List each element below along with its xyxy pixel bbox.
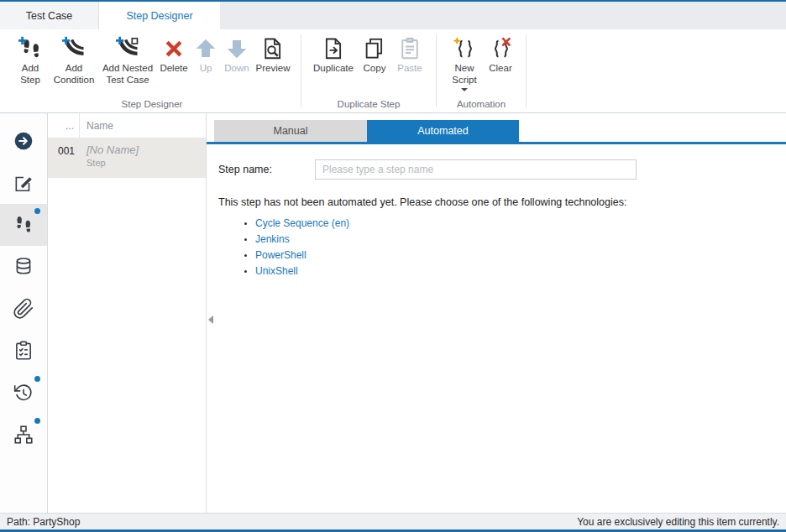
up-button[interactable]: Up [191, 29, 220, 75]
ribbon-button-label: Paste [397, 63, 422, 75]
add-step-button[interactable]: Add Step [12, 29, 49, 86]
ribbon-group-duplicate-step: Duplicate Copy [301, 29, 436, 112]
tech-link-jenkins[interactable]: Jenkins [255, 233, 290, 245]
list-item: Cycle Sequence (en) [255, 217, 786, 229]
document-magnifier-icon [260, 36, 286, 61]
sidebar-item-edit[interactable] [0, 162, 47, 204]
step-type-text: Step [86, 158, 206, 168]
delete-button[interactable]: Delete [156, 29, 191, 75]
ribbon-button-label: Copy [364, 63, 386, 75]
add-condition-button[interactable]: Add Condition [49, 29, 99, 86]
tab-test-case[interactable]: Test Case [0, 2, 99, 29]
ribbon-group-step-designer: Add Step Add Condition [3, 29, 301, 112]
mode-tab-strip: Manual Automated [207, 120, 786, 144]
step-number: 001 [48, 138, 80, 178]
automated-tab-content: Step name: This step has not been automa… [207, 144, 786, 281]
status-editing-text: You are exclusively editing this item cu… [577, 516, 779, 528]
sidebar-item-hierarchy[interactable] [0, 414, 47, 456]
preview-button[interactable]: Preview [254, 29, 292, 75]
technology-list: Cycle Sequence (en) Jenkins PowerShell U… [255, 217, 786, 277]
ribbon-button-label: Delete [160, 63, 187, 75]
notification-dot [34, 418, 40, 424]
braces-red-x-icon [488, 36, 513, 61]
tech-link-powershell[interactable]: PowerShell [255, 249, 307, 261]
ribbon-button-label: Add Step [16, 63, 45, 86]
step-list-header: ... Name [48, 113, 206, 138]
chevron-down-icon [461, 88, 468, 91]
arrow-up-icon [193, 36, 218, 61]
step-name-input[interactable] [315, 159, 637, 180]
sidebar-item-steps[interactable] [0, 204, 47, 246]
sidebar-item-attachments[interactable] [0, 288, 47, 330]
column-header-name[interactable]: Name [80, 113, 206, 138]
app-window: Test Case Step Designer Add Step [0, 0, 786, 532]
braces-sparkle-icon [452, 36, 477, 61]
step-name-label: Step name: [218, 164, 315, 175]
ribbon-button-label: Down [224, 63, 249, 75]
ramp-plus-icon [61, 36, 86, 61]
automation-message: This step has not been automated yet. Pl… [218, 196, 786, 208]
edit-form-icon [13, 172, 34, 194]
tab-automated[interactable]: Automated [367, 120, 519, 142]
step-detail-panel: Manual Automated Step name: This step ha… [207, 113, 786, 513]
down-button[interactable]: Down [220, 29, 254, 75]
ribbon-group-label: Step Designer [3, 99, 301, 109]
ribbon-button-label: New Script [448, 63, 481, 86]
ribbon-group-label: Automation [437, 99, 526, 109]
tab-step-designer[interactable]: Step Designer [99, 2, 220, 29]
sidebar-item-history[interactable] [0, 372, 47, 414]
document-arrow-icon [321, 36, 346, 61]
step-name-text: [No Name] [86, 143, 206, 156]
step-name-row: Step name: [218, 159, 786, 180]
ribbon-button-label: Duplicate [313, 63, 354, 75]
sidebar-item-checklist[interactable] [0, 330, 47, 372]
sidebar-item-test-data[interactable] [0, 246, 47, 288]
ribbon-divider [526, 34, 527, 107]
status-path-text: Path: PartyShop [7, 516, 80, 528]
sidebar-item-navigate[interactable] [0, 120, 47, 162]
footprints-icon [13, 214, 34, 236]
clipboard-icon [397, 36, 422, 61]
arrow-down-icon [224, 36, 249, 61]
ramp-nested-plus-icon [115, 36, 140, 61]
ribbon-button-label: Preview [256, 63, 291, 75]
ribbon-button-label: Up [200, 63, 212, 75]
tech-link-unixshell[interactable]: UnixShell [255, 265, 298, 277]
copy-documents-icon [362, 36, 387, 61]
history-icon [13, 382, 34, 404]
step-name-cell: [No Name] Step [80, 138, 206, 178]
add-nested-test-case-button[interactable]: Add Nested Test Case [99, 29, 156, 86]
ribbon-button-label: Clear [489, 63, 511, 75]
paste-button[interactable]: Paste [392, 29, 427, 75]
new-script-button[interactable]: New Script [445, 29, 484, 91]
footprints-plus-icon [18, 36, 43, 61]
tech-link-cycle-sequence[interactable]: Cycle Sequence (en) [255, 217, 349, 229]
ribbon-group-automation: New Script Clear Automation [437, 29, 526, 112]
navigate-circle-icon [13, 130, 34, 152]
notification-dot [34, 376, 40, 382]
tab-manual[interactable]: Manual [214, 120, 367, 142]
ribbon-button-label: Add Condition [50, 63, 98, 86]
clipboard-check-icon [13, 340, 34, 362]
ribbon-button-label: Add Nested Test Case [100, 63, 155, 86]
collapse-panel-arrow-icon[interactable] [208, 316, 213, 324]
list-item: Jenkins [255, 233, 786, 245]
step-row[interactable]: 001 [No Name] Step [48, 138, 206, 178]
column-header-icon[interactable]: ... [48, 113, 80, 138]
red-x-icon [161, 36, 186, 61]
list-item: UnixShell [255, 265, 786, 277]
document-tab-bar: Test Case Step Designer [0, 2, 786, 29]
section-icon-sidebar [0, 113, 48, 513]
clear-script-button[interactable]: Clear [484, 29, 517, 75]
notification-dot [34, 208, 40, 214]
status-bar: Path: PartyShop You are exclusively edit… [0, 513, 786, 529]
main-area: ... Name 001 [No Name] Step Manual Autom… [0, 113, 786, 513]
copy-button[interactable]: Copy [357, 29, 392, 75]
database-icon [13, 256, 34, 278]
ribbon-toolbar: Add Step Add Condition [0, 29, 786, 113]
hierarchy-icon [13, 424, 34, 446]
duplicate-button[interactable]: Duplicate [310, 29, 357, 75]
list-item: PowerShell [255, 249, 786, 261]
paperclip-icon [13, 298, 34, 320]
step-list-panel: ... Name 001 [No Name] Step [48, 113, 207, 513]
